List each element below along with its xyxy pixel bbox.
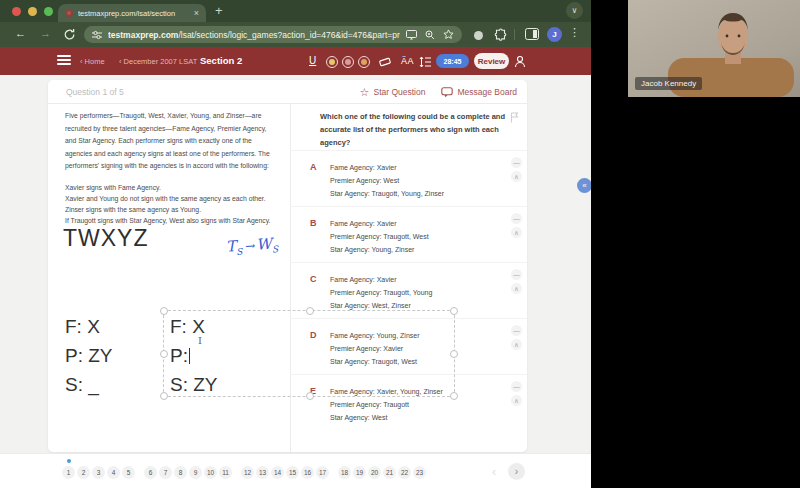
question-number-17[interactable]: 17 — [316, 466, 329, 479]
question-number-22[interactable]: 22 — [398, 466, 411, 479]
cast-icon[interactable] — [406, 30, 417, 40]
eliminate-choice-button[interactable]: — — [511, 325, 522, 336]
tab-search-chevron-icon[interactable]: ∨ — [566, 2, 583, 19]
question-number-14[interactable]: 14 — [271, 466, 284, 479]
navbar-divider — [514, 29, 515, 40]
message-bubble-icon — [441, 87, 453, 98]
minimize-window-button[interactable] — [28, 7, 37, 16]
menu-hamburger-icon[interactable] — [57, 55, 71, 68]
url-bar[interactable]: testmaxprep.com/lsat/sections/logic_game… — [84, 26, 462, 43]
passage-rules: Xavier signs with Fame Agency. Xavier an… — [65, 183, 280, 227]
close-window-button[interactable] — [12, 7, 21, 16]
question-card-header: Question 1 of 5 ☆ Star Question Message … — [48, 80, 527, 104]
url-path: /lsat/sections/logic_games?action_id=476… — [178, 30, 400, 40]
highlighter-orange-button[interactable] — [358, 56, 370, 68]
flag-icon[interactable] — [510, 112, 519, 123]
question-number-15[interactable]: 15 — [286, 466, 299, 479]
rule-line: Xavier signs with Fame Agency. — [65, 183, 280, 194]
question-number-9[interactable]: 9 — [189, 466, 202, 479]
question-number-12[interactable]: 12 — [241, 466, 254, 479]
profile-avatar[interactable]: J — [547, 27, 562, 42]
scratch-note-left[interactable]: F: X P: ZY S: _ — [65, 312, 113, 399]
previous-question-button[interactable]: ‹ — [492, 465, 496, 479]
selection-handle[interactable] — [306, 392, 314, 400]
review-button[interactable]: Review — [474, 53, 509, 69]
side-panel-icon[interactable] — [525, 28, 539, 40]
selection-handle[interactable] — [450, 350, 458, 358]
question-number-16[interactable]: 16 — [301, 466, 314, 479]
collapse-panel-widget[interactable]: « — [577, 178, 591, 193]
extension-icon[interactable] — [474, 31, 483, 40]
question-number-3[interactable]: 3 — [92, 466, 105, 479]
zoom-window-button[interactable] — [44, 7, 53, 16]
highlighter-pink-button[interactable] — [342, 56, 354, 68]
restore-choice-button[interactable]: ∧ — [511, 171, 522, 182]
underline-tool-button[interactable]: U — [309, 55, 316, 66]
zoom-icon[interactable] — [425, 30, 435, 40]
back-button[interactable]: ← — [15, 27, 26, 39]
url-text: testmaxprep.com/lsat/sections/logic_game… — [108, 30, 400, 40]
next-question-button[interactable]: › — [508, 463, 525, 480]
extensions-puzzle-icon[interactable] — [494, 28, 507, 41]
message-board-button[interactable]: Message Board — [441, 87, 517, 98]
selection-handle[interactable] — [160, 350, 168, 358]
question-number-2[interactable]: 2 — [77, 466, 90, 479]
question-number-18[interactable]: 18 — [338, 466, 351, 479]
question-number-1[interactable]: 1 — [62, 466, 75, 479]
question-navigation-bar: 1234567891011121314151617181920212223 ‹ … — [0, 453, 591, 488]
site-settings-icon[interactable] — [92, 30, 102, 40]
line-spacing-icon[interactable] — [419, 56, 432, 68]
arrow-glyph: → — [242, 239, 257, 254]
question-number-23[interactable]: 23 — [413, 466, 426, 479]
restore-choice-button[interactable]: ∧ — [511, 283, 522, 294]
question-number-10[interactable]: 10 — [204, 466, 217, 479]
question-number-20[interactable]: 20 — [368, 466, 381, 479]
eliminate-choice-button[interactable]: — — [511, 157, 522, 168]
eliminate-choice-button[interactable]: — — [511, 269, 522, 280]
question-number-7[interactable]: 7 — [159, 466, 172, 479]
webcam-video: Jacob Kennedy — [628, 0, 800, 97]
app-toolbar: ‹ Home ‹ December 2007 LSAT Section 2 U … — [0, 47, 591, 75]
question-number-4[interactable]: 4 — [107, 466, 120, 479]
reload-button[interactable] — [63, 28, 76, 41]
highlighter-yellow-button[interactable] — [326, 56, 338, 68]
question-number-19[interactable]: 19 — [353, 466, 366, 479]
eliminate-choice-button[interactable]: — — [511, 381, 522, 392]
selection-handle[interactable] — [450, 307, 458, 315]
handwritten-rule-annotation[interactable]: TS→WS — [225, 234, 278, 258]
selection-handle[interactable] — [450, 392, 458, 400]
browser-menu-icon[interactable]: ⋮ — [569, 26, 580, 39]
question-number-21[interactable]: 21 — [383, 466, 396, 479]
account-icon[interactable] — [514, 55, 526, 68]
breadcrumb-test[interactable]: ‹ December 2007 LSAT — [119, 57, 197, 66]
browser-tab[interactable]: testmaxprep.com/lsat/section × — [58, 4, 206, 22]
breadcrumb-home[interactable]: ‹ Home — [80, 57, 105, 66]
eraser-icon[interactable] — [378, 56, 392, 68]
text-box-selection[interactable] — [163, 310, 455, 397]
answer-choice-b[interactable]: B Fame Agency: Xavier Premier Agency: Tr… — [290, 206, 527, 262]
selection-handle[interactable] — [160, 307, 168, 315]
selection-handle[interactable] — [306, 307, 314, 315]
question-number-5[interactable]: 5 — [122, 466, 135, 479]
question-number-13[interactable]: 13 — [256, 466, 269, 479]
tab-close-icon[interactable]: × — [194, 9, 199, 18]
participant-name: Jacob Kennedy — [635, 77, 702, 90]
new-tab-button[interactable]: + — [215, 3, 223, 18]
selection-handle[interactable] — [160, 392, 168, 400]
bookmark-star-icon[interactable] — [443, 29, 454, 40]
restore-choice-button[interactable]: ∧ — [511, 339, 522, 350]
passage-paragraph: Five performers—Traugott, West, Xavier, … — [65, 110, 278, 173]
star-question-button[interactable]: ☆ Star Question — [360, 86, 426, 99]
font-size-button[interactable]: ÄA — [401, 56, 414, 66]
eliminate-choice-button[interactable]: — — [511, 213, 522, 224]
restore-choice-button[interactable]: ∧ — [511, 227, 522, 238]
roster-note-text[interactable]: TWXYZ — [63, 225, 149, 252]
answer-choice-a[interactable]: A Fame Agency: Xavier Premier Agency: We… — [290, 150, 527, 206]
question-number-8[interactable]: 8 — [174, 466, 187, 479]
question-number-6[interactable]: 6 — [144, 466, 157, 479]
timer-badge[interactable]: 28:45 — [436, 54, 469, 68]
restore-choice-button[interactable]: ∧ — [511, 395, 522, 406]
browser-navbar: ← → testmaxprep.com/lsat/sections/logic_… — [0, 22, 591, 47]
question-number-11[interactable]: 11 — [219, 466, 232, 479]
forward-button[interactable]: → — [40, 27, 51, 39]
